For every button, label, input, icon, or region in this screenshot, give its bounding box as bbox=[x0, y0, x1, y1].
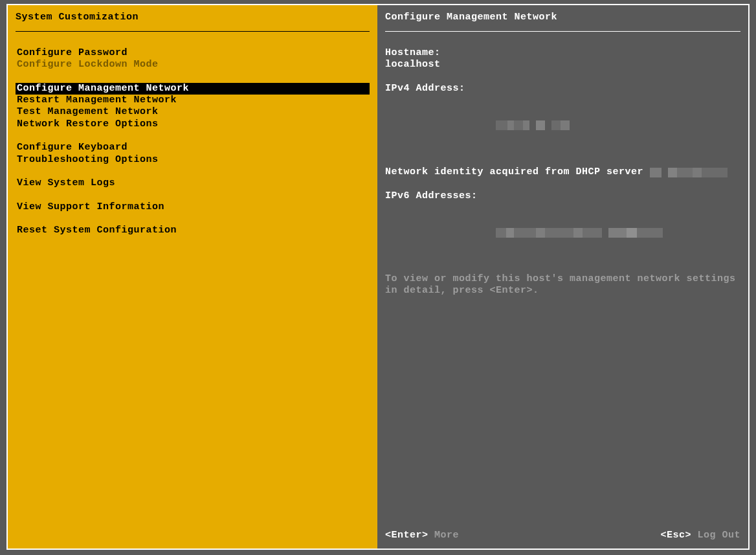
menu-blank bbox=[16, 166, 370, 177]
menu-item-test-management-network[interactable]: Test Management Network bbox=[16, 106, 370, 118]
hostname-value: localhost bbox=[385, 59, 740, 71]
detail-content: Hostname: localhost IPv4 Address: Networ… bbox=[377, 32, 748, 297]
menu-item-configure-lockdown-mode: Configure Lockdown Mode bbox=[16, 59, 370, 71]
footer-esc[interactable]: <Esc> Log Out bbox=[660, 530, 740, 541]
footer: <Enter> More <Esc> Log Out bbox=[385, 530, 740, 541]
esc-label: Log Out bbox=[691, 530, 740, 541]
ipv4-value-redacted bbox=[385, 95, 740, 153]
menu-item-troubleshooting-options[interactable]: Troubleshooting Options bbox=[16, 154, 370, 166]
dcui-window: System Customization Configure PasswordC… bbox=[6, 4, 750, 550]
dhcp-value-redacted bbox=[650, 166, 728, 177]
enter-key: <Enter> bbox=[385, 530, 428, 541]
dhcp-prefix: Network identity acquired from DHCP serv… bbox=[385, 166, 650, 177]
menu-item-configure-password[interactable]: Configure Password bbox=[16, 47, 370, 59]
esc-key: <Esc> bbox=[660, 530, 691, 541]
left-pane-title: System Customization bbox=[8, 5, 377, 23]
ipv4-label: IPv4 Address: bbox=[385, 83, 740, 95]
menu-item-network-restore-options[interactable]: Network Restore Options bbox=[16, 119, 370, 130]
menu-blank bbox=[16, 130, 370, 142]
hostname-label: Hostname: bbox=[385, 47, 740, 59]
detail-hint: To view or modify this host's management… bbox=[385, 273, 740, 297]
right-pane-title: Configure Management Network bbox=[377, 5, 748, 23]
ipv6-value-redacted bbox=[385, 202, 740, 261]
menu-item-reset-system-configuration[interactable]: Reset System Configuration bbox=[16, 225, 370, 236]
menu-item-view-support-information[interactable]: View Support Information bbox=[16, 201, 370, 213]
menu-blank bbox=[16, 71, 370, 83]
footer-enter[interactable]: <Enter> More bbox=[385, 530, 459, 541]
menu-item-view-system-logs[interactable]: View System Logs bbox=[16, 177, 370, 189]
menu-blank bbox=[16, 190, 370, 201]
ipv6-label: IPv6 Addresses: bbox=[385, 190, 740, 202]
menu-blank bbox=[16, 213, 370, 225]
right-pane: Configure Management Network Hostname: l… bbox=[377, 5, 748, 549]
dhcp-line: Network identity acquired from DHCP serv… bbox=[385, 166, 740, 178]
menu-list: Configure PasswordConfigure Lockdown Mod… bbox=[8, 32, 377, 237]
menu-item-configure-keyboard[interactable]: Configure Keyboard bbox=[16, 142, 370, 153]
enter-label: More bbox=[428, 530, 460, 541]
menu-item-configure-management-network[interactable]: Configure Management Network bbox=[16, 83, 370, 95]
left-pane: System Customization Configure PasswordC… bbox=[8, 5, 377, 549]
menu-item-restart-management-network[interactable]: Restart Management Network bbox=[16, 95, 370, 106]
